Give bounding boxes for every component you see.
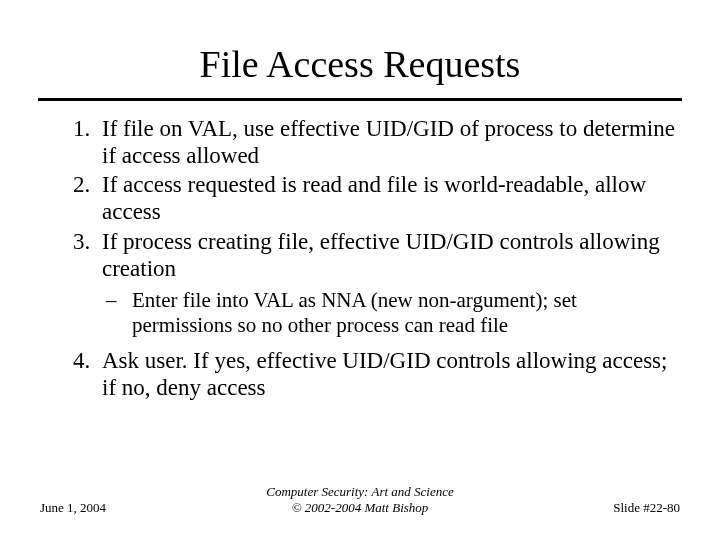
main-list: If file on VAL, use effective UID/GID of… bbox=[40, 115, 680, 402]
sub-list: Enter file into VAL as NNA (new non-argu… bbox=[102, 288, 680, 338]
slide: File Access Requests If file on VAL, use… bbox=[0, 0, 720, 540]
footer: June 1, 2004 Computer Security: Art and … bbox=[0, 484, 720, 516]
list-item: If process creating file, effective UID/… bbox=[96, 228, 680, 338]
list-item: Ask user. If yes, effective UID/GID cont… bbox=[96, 347, 680, 401]
footer-center-line2: © 2002-2004 Matt Bishop bbox=[292, 500, 429, 515]
slide-title: File Access Requests bbox=[0, 0, 720, 94]
slide-body: If file on VAL, use effective UID/GID of… bbox=[0, 115, 720, 402]
sub-list-item: Enter file into VAL as NNA (new non-argu… bbox=[132, 288, 680, 338]
footer-slide-number: Slide #22-80 bbox=[540, 500, 680, 516]
list-item: If file on VAL, use effective UID/GID of… bbox=[96, 115, 680, 169]
list-item: If access requested is read and file is … bbox=[96, 171, 680, 225]
footer-center-line1: Computer Security: Art and Science bbox=[266, 484, 454, 499]
footer-date: June 1, 2004 bbox=[40, 500, 180, 516]
title-rule bbox=[38, 98, 682, 101]
footer-center: Computer Security: Art and Science © 200… bbox=[180, 484, 540, 516]
list-item-text: If process creating file, effective UID/… bbox=[102, 229, 660, 281]
